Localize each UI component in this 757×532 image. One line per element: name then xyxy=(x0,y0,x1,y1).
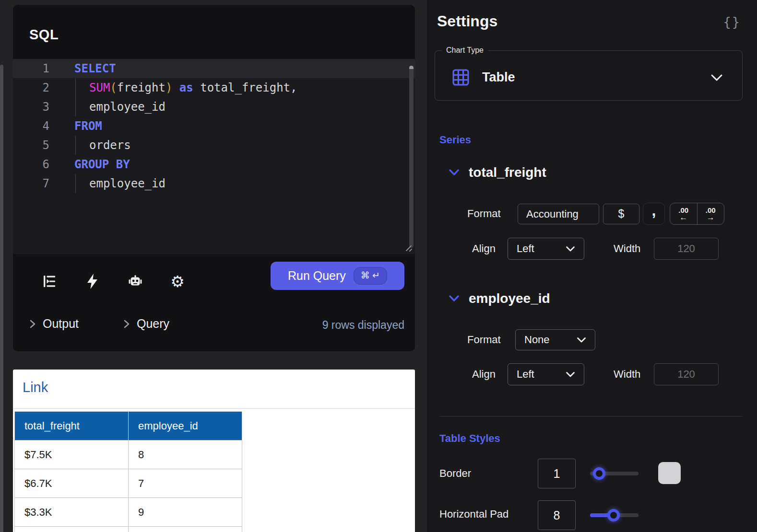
currency-button[interactable]: $ xyxy=(603,204,639,224)
horizontal-pad-input[interactable]: 8 xyxy=(538,500,576,530)
sql-identifier: total_freight, xyxy=(200,81,297,94)
table-row xyxy=(15,527,242,532)
sql-identifier: employee_id xyxy=(89,100,166,114)
align-dropdown[interactable]: Left xyxy=(508,238,584,260)
lightning-icon xyxy=(85,273,100,289)
sql-keyword: GROUP BY xyxy=(74,158,130,171)
cell-total-freight: $6.7K xyxy=(15,469,129,498)
code-line[interactable]: 5 orders xyxy=(13,136,415,155)
sql-editor-card: SQL 1 SELECT 2 SUM(freight) as total_fre… xyxy=(13,5,415,351)
format-dropdown[interactable]: Accounting xyxy=(518,204,599,224)
cell-employee-id xyxy=(129,527,242,532)
rows-displayed-status: 9 rows displayed xyxy=(322,319,404,332)
sql-cell-title: SQL xyxy=(29,27,59,43)
line-number: 3 xyxy=(13,97,49,116)
cell-total-freight: $7.5K xyxy=(15,440,129,469)
line-number: 6 xyxy=(13,155,49,174)
border-width-slider[interactable] xyxy=(590,472,639,475)
code-line[interactable]: 1 SELECT xyxy=(13,59,415,78)
table-row: $6.7K 7 xyxy=(15,469,242,498)
cell-employee-id: 8 xyxy=(129,440,242,469)
code-line[interactable]: 6 GROUP BY xyxy=(13,155,415,174)
arrow-right-icon: → xyxy=(707,213,715,221)
settings-panel: Settings {} Chart Type Table Series tota… xyxy=(426,0,757,532)
table-row: $7.5K 8 xyxy=(15,440,242,469)
tab-query-label: Query xyxy=(137,317,169,331)
code-line[interactable]: 2 SUM(freight) as total_freight, xyxy=(13,78,415,97)
tab-query[interactable]: Query xyxy=(123,317,169,331)
robot-icon xyxy=(127,273,143,289)
format-value: Accounting xyxy=(526,208,579,220)
code-line[interactable]: 7 employee_id xyxy=(13,174,415,193)
ai-assistant-button[interactable] xyxy=(127,273,143,289)
editor-scrollbar[interactable] xyxy=(409,66,414,248)
format-dropdown[interactable]: None xyxy=(515,329,595,350)
column-header-employee-id[interactable]: employee_id xyxy=(129,412,242,440)
comma-label: , xyxy=(652,202,656,220)
quick-run-button[interactable] xyxy=(84,273,101,289)
sql-identifier: orders xyxy=(89,139,131,152)
width-input[interactable] xyxy=(654,363,719,385)
series-field-name: employee_id xyxy=(469,291,550,306)
line-number: 2 xyxy=(13,78,49,97)
border-slider-thumb[interactable] xyxy=(593,467,605,480)
decrease-decimals-button[interactable]: .00 ← xyxy=(670,203,697,224)
sql-keyword: FROM xyxy=(74,119,102,133)
arrow-left-icon: ← xyxy=(679,213,687,221)
series-field-total-freight-toggle[interactable]: total_freight xyxy=(449,165,546,180)
gear-icon: ⚙ xyxy=(170,274,185,289)
paren: ( xyxy=(110,81,117,94)
horizontal-pad-slider[interactable] xyxy=(590,513,639,517)
chevron-right-icon xyxy=(29,319,36,329)
border-width-input[interactable]: 1 xyxy=(538,459,576,488)
code-line[interactable]: 4 FROM xyxy=(13,116,415,136)
run-query-button[interactable]: Run Query ⌘ ↵ xyxy=(271,262,404,290)
sql-keyword: SELECT xyxy=(74,62,116,75)
align-label: Align xyxy=(472,243,496,255)
format-code-button[interactable] xyxy=(41,273,58,289)
cell-total-freight: $3.3K xyxy=(15,498,129,527)
thousands-separator-button[interactable]: , xyxy=(643,203,665,225)
result-card-title-link[interactable]: Link xyxy=(23,380,48,395)
chevron-down-icon xyxy=(577,337,586,343)
sql-code-editor[interactable]: 1 SELECT 2 SUM(freight) as total_freight… xyxy=(13,59,415,254)
cell-settings-button[interactable]: ⚙ xyxy=(169,273,186,289)
align-value: Left xyxy=(517,368,534,381)
align-dropdown[interactable]: Left xyxy=(508,363,584,385)
sql-identifier: freight xyxy=(117,81,166,94)
decimal-buttons-group: .00 ← .00 → xyxy=(670,203,724,225)
editor-resize-handle[interactable] xyxy=(404,243,414,253)
line-number: 1 xyxy=(13,59,49,78)
chart-type-select[interactable]: Chart Type Table xyxy=(435,46,743,101)
table-grid-icon xyxy=(452,69,470,86)
cell-employee-id: 7 xyxy=(129,469,242,498)
chevron-down-icon xyxy=(566,371,575,378)
chart-type-label: Chart Type xyxy=(442,46,488,55)
tab-output[interactable]: Output xyxy=(29,317,79,331)
format-value: None xyxy=(524,334,550,346)
editor-scrollbar-thumb[interactable] xyxy=(409,66,414,69)
chevron-down-icon xyxy=(566,246,575,252)
increase-decimals-button[interactable]: .00 → xyxy=(697,203,724,224)
width-input[interactable] xyxy=(654,238,719,260)
result-table: total_freight employee_id $7.5K 8 $6.7K … xyxy=(14,411,242,532)
column-header-total-freight[interactable]: total_freight xyxy=(15,412,129,440)
series-field-name: total_freight xyxy=(469,165,546,180)
align-label: Align xyxy=(472,368,496,381)
code-line[interactable]: 3 employee_id xyxy=(13,97,415,116)
code-view-toggle-icon[interactable]: {} xyxy=(723,14,741,29)
border-color-swatch[interactable] xyxy=(658,462,681,484)
chart-type-value: Table xyxy=(482,70,710,85)
sql-keyword: as xyxy=(172,81,200,94)
series-field-employee-id-toggle[interactable]: employee_id xyxy=(449,291,550,306)
line-number: 4 xyxy=(13,116,49,136)
chevron-down-icon xyxy=(710,74,723,81)
align-value: Left xyxy=(517,243,534,255)
format-code-icon xyxy=(42,274,57,289)
sql-identifier: employee_id xyxy=(89,177,166,190)
chevron-down-icon xyxy=(449,169,460,176)
horizontal-pad-slider-thumb[interactable] xyxy=(607,509,620,521)
window-edge-scrollbar[interactable] xyxy=(0,65,3,532)
divider xyxy=(13,408,415,409)
sql-function: SUM xyxy=(89,81,110,94)
